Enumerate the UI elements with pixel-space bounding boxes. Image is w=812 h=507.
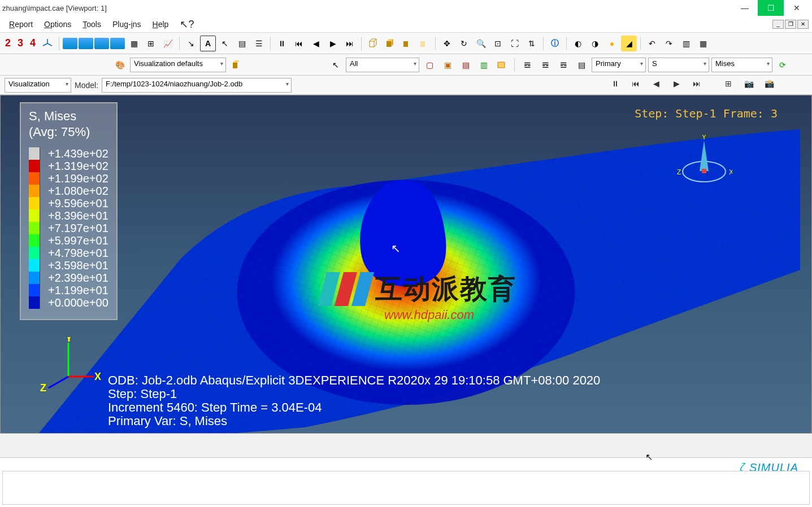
legend-swatch bbox=[29, 272, 40, 284]
undo-icon[interactable]: ↶ bbox=[644, 36, 660, 51]
legend-swatch bbox=[29, 259, 40, 272]
legend-value: +2.399e+01 bbox=[48, 272, 108, 285]
text-annotation-icon[interactable]: A bbox=[200, 36, 216, 51]
display-group-combo[interactable]: All bbox=[346, 58, 419, 72]
menu-tools[interactable]: Tools bbox=[77, 18, 107, 31]
output-variable-combo[interactable]: S bbox=[648, 58, 709, 72]
pb-next-icon[interactable]: ▶ bbox=[667, 76, 685, 91]
viewport-3-button[interactable]: 3 bbox=[15, 37, 26, 49]
anim-first-icon[interactable]: ⏮ bbox=[291, 36, 307, 51]
circle2-icon[interactable]: ◑ bbox=[587, 36, 603, 51]
circle3-icon[interactable]: ● bbox=[604, 36, 620, 51]
variable-position-combo[interactable]: Primary bbox=[592, 58, 646, 72]
viewport-4-button[interactable]: 4 bbox=[27, 37, 38, 49]
menu-options[interactable]: Options bbox=[38, 18, 77, 31]
cube-hidden-icon[interactable] bbox=[399, 36, 415, 51]
info-icon[interactable]: ⓘ bbox=[547, 36, 563, 51]
layout-1-icon[interactable] bbox=[63, 38, 77, 49]
legend-swatch bbox=[29, 209, 40, 222]
dg-replace-icon[interactable]: ▢ bbox=[422, 57, 437, 73]
table-icon[interactable]: ▤ bbox=[234, 36, 250, 51]
viewport-3d[interactable]: S, Mises (Avg: 75%) +1.439e+02+1.319e+02… bbox=[0, 95, 812, 434]
close-button[interactable]: ✕ bbox=[784, 0, 810, 16]
dg-either-icon[interactable] bbox=[494, 57, 510, 73]
pb-first-icon[interactable]: ⏮ bbox=[627, 76, 645, 91]
toggle-icon[interactable]: ⊞ bbox=[143, 36, 159, 51]
pb-last-icon[interactable]: ⏭ bbox=[688, 76, 706, 91]
ladder2-icon[interactable]: 𝌉 bbox=[537, 57, 553, 73]
svg-text:Z: Z bbox=[677, 168, 681, 176]
chart-icon[interactable]: 📈 bbox=[160, 36, 176, 51]
svg-rect-2 bbox=[498, 62, 505, 68]
palette-icon[interactable]: ▥ bbox=[678, 36, 694, 51]
menu-help[interactable]: Help bbox=[147, 18, 175, 31]
module-combo[interactable]: Visualization bbox=[5, 78, 71, 93]
legend-opts-icon[interactable]: ▦ bbox=[695, 36, 711, 51]
ladder4-icon[interactable]: ▤ bbox=[574, 57, 589, 73]
fit-icon[interactable]: ⛶ bbox=[507, 36, 523, 51]
dg-remove-icon[interactable]: ▤ bbox=[458, 57, 474, 73]
zoom-icon[interactable]: 🔍 bbox=[473, 36, 489, 51]
mdi-close[interactable]: ✕ bbox=[797, 20, 809, 29]
anim-next-icon[interactable]: ▶ bbox=[325, 36, 341, 51]
mdi-restore[interactable]: ❐ bbox=[785, 20, 796, 29]
svg-line-11 bbox=[49, 377, 68, 388]
cycle-icon[interactable]: ⇅ bbox=[524, 36, 540, 51]
redo-icon[interactable]: ↷ bbox=[661, 36, 677, 51]
anim-prev-icon[interactable]: ◀ bbox=[308, 36, 324, 51]
color-palette-icon[interactable]: 🎨 bbox=[112, 57, 128, 73]
camera-icon[interactable]: 📷 bbox=[740, 76, 758, 91]
csys-icon[interactable] bbox=[40, 36, 55, 51]
view-compass[interactable]: Y X Z bbox=[676, 135, 732, 191]
options-icon[interactable]: ☰ bbox=[251, 36, 267, 51]
model-path-combo[interactable]: F:/temp/1023-1024/niaozhuang/Job-2.odb bbox=[102, 78, 292, 93]
anim-last-icon[interactable]: ⏭ bbox=[342, 36, 358, 51]
maximize-button[interactable]: ☐ bbox=[758, 0, 784, 16]
circle1-icon[interactable]: ◐ bbox=[570, 36, 586, 51]
layout-4-icon[interactable] bbox=[110, 38, 125, 49]
visualization-defaults-combo[interactable]: Visualization defaults bbox=[130, 58, 226, 72]
minimize-button[interactable]: — bbox=[732, 0, 758, 16]
refresh-icon[interactable]: ⟳ bbox=[775, 57, 791, 73]
invariant-combo[interactable]: Mises bbox=[711, 58, 772, 72]
pan-icon[interactable]: ✥ bbox=[439, 36, 455, 51]
status-area: ζ SIMULIA bbox=[0, 458, 812, 507]
measure-icon[interactable]: ↘ bbox=[183, 36, 199, 51]
menu-whatsthis[interactable]: ↖? bbox=[174, 16, 199, 33]
legend-row: +4.798e+01 bbox=[29, 247, 108, 259]
layout-3-icon[interactable] bbox=[94, 38, 109, 49]
pick-icon[interactable]: ↖ bbox=[328, 57, 344, 73]
legend-swatch bbox=[29, 284, 40, 296]
legend-swatch bbox=[29, 234, 40, 247]
anim-pause-icon[interactable]: ⏸ bbox=[274, 36, 290, 51]
dg-intersect-icon[interactable]: ▥ bbox=[476, 57, 492, 73]
sync-icon[interactable]: ⊞ bbox=[719, 76, 737, 91]
layout-2-icon[interactable] bbox=[79, 38, 93, 49]
cube-transparent-icon[interactable] bbox=[416, 36, 432, 51]
status-bar: ζ SIMULIA bbox=[0, 457, 812, 507]
legend-row: +1.080e+02 bbox=[29, 185, 108, 197]
legend-row: +8.396e+01 bbox=[29, 209, 108, 222]
legend-swatch bbox=[29, 147, 40, 160]
menu-plugins[interactable]: Plug-ins bbox=[107, 18, 147, 31]
cube-wire-icon[interactable] bbox=[365, 36, 381, 51]
select-icon[interactable]: ↖ bbox=[217, 36, 233, 51]
layer-icon[interactable]: ▦ bbox=[126, 36, 142, 51]
cube-shade-icon[interactable] bbox=[382, 36, 398, 51]
message-area[interactable] bbox=[2, 471, 810, 505]
ladder3-icon[interactable]: 𝌉 bbox=[555, 57, 571, 73]
cube-defaults-icon[interactable] bbox=[228, 57, 244, 73]
zoom-box-icon[interactable]: ⊡ bbox=[490, 36, 506, 51]
ladder1-icon[interactable]: 𝌉 bbox=[519, 57, 535, 73]
rotate-icon[interactable]: ↻ bbox=[456, 36, 472, 51]
viewport-2-button[interactable]: 2 bbox=[2, 37, 14, 49]
menu-report[interactable]: Report bbox=[3, 18, 38, 31]
pb-pause-icon[interactable]: ⏸ bbox=[606, 76, 624, 91]
dg-add-icon[interactable]: ▣ bbox=[440, 57, 455, 73]
mdi-minimize[interactable]: _ bbox=[772, 20, 784, 29]
snapshot-icon[interactable]: 📸 bbox=[760, 76, 778, 91]
svg-rect-5 bbox=[702, 169, 706, 173]
pb-prev-icon[interactable]: ◀ bbox=[647, 76, 665, 91]
circle4-icon[interactable]: ◢ bbox=[621, 36, 637, 51]
window-title: zhuang\impact.cae [Viewport: 1] bbox=[2, 4, 732, 12]
